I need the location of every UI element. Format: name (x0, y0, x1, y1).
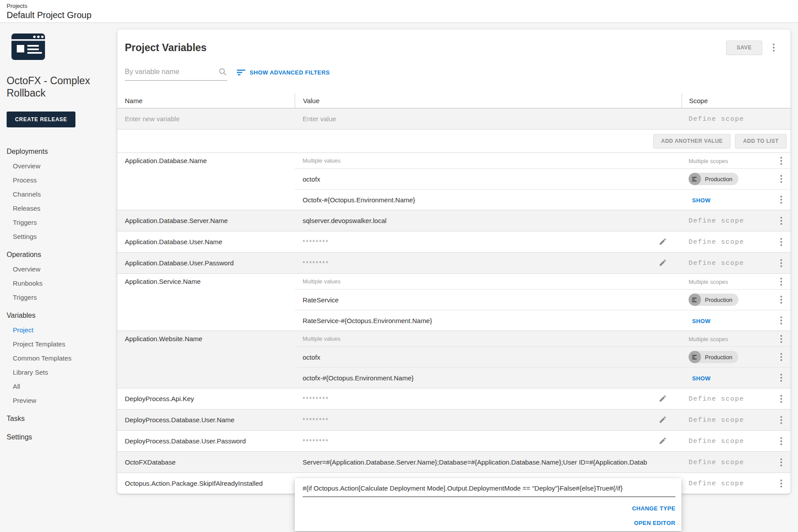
sidebar-item-common-templates[interactable]: Common Templates (7, 351, 117, 365)
row-overflow-menu-icon[interactable] (780, 437, 782, 445)
sidebar-item-preview[interactable]: Preview (7, 393, 117, 407)
sidebar-item-deployments-settings[interactable]: Settings (7, 229, 117, 243)
multiple-scopes-label: Multiple scopes (689, 158, 728, 164)
masked-value: ******** (303, 413, 329, 424)
variable-name[interactable]: DeployProcess.Database.User.Password (117, 437, 295, 445)
row-overflow-menu-icon[interactable] (780, 259, 782, 267)
variable-value[interactable]: octofx (295, 175, 682, 183)
sidebar-item-all[interactable]: All (7, 379, 117, 393)
edit-pencil-icon[interactable] (659, 436, 667, 445)
row-overflow-menu-icon[interactable] (780, 175, 782, 183)
row-overflow-menu-icon[interactable] (780, 353, 782, 361)
variable-name[interactable]: Application.Database.Server.Name (117, 217, 295, 224)
show-scope-link[interactable]: SHOW (689, 318, 711, 324)
define-scope-button[interactable]: Define scope (689, 438, 744, 445)
show-scope-link[interactable]: SHOW (689, 375, 711, 382)
variable-value[interactable]: RateService-#{Octopus.Environment.Name} (295, 317, 682, 324)
scope-chip-production[interactable]: Production (689, 294, 738, 306)
add-another-value-button[interactable]: ADD ANOTHER VALUE (653, 134, 731, 149)
row-overflow-menu-icon[interactable] (780, 374, 782, 382)
define-scope-button[interactable]: Define scope (689, 217, 744, 225)
sidebar-item-variables-project[interactable]: Project (7, 323, 117, 337)
breadcrumb-projects[interactable]: Projects (7, 3, 798, 9)
show-scope-link[interactable]: SHOW (689, 197, 711, 204)
variable-name[interactable]: DeployProcess.Api.Key (117, 395, 295, 402)
sidebar-item-project-templates[interactable]: Project Templates (7, 337, 117, 351)
filter-icon (237, 69, 246, 76)
row-overflow-menu-icon[interactable] (780, 278, 782, 286)
variable-name[interactable]: DeployProcess.Database.User.Name (117, 416, 295, 424)
define-scope-button[interactable]: Define scope (689, 238, 744, 246)
project-variables-card: Project Variables SAVE (117, 30, 791, 494)
variable-value[interactable]: octofx-#{Octopus.Environment.Name} (295, 374, 682, 382)
multiple-values-label: Multiple values (295, 157, 682, 164)
show-advanced-filters-link[interactable]: SHOW ADVANCED FILTERS (237, 69, 330, 76)
sidebar-section-operations[interactable]: Operations (7, 247, 117, 262)
variable-value[interactable]: Server=#{Application.Database.Server.Nam… (295, 458, 682, 466)
sidebar-item-deployments-overview[interactable]: Overview (7, 159, 117, 173)
define-scope-button[interactable]: Define scope (689, 395, 744, 403)
row-overflow-menu-icon[interactable] (780, 335, 782, 343)
sidebar-section-deployments[interactable]: Deployments (7, 144, 117, 159)
scope-chip-production[interactable]: Production (689, 351, 738, 363)
sidebar-item-process[interactable]: Process (7, 173, 117, 187)
sidebar-section-tasks[interactable]: Tasks (7, 411, 117, 426)
value-editor-input[interactable]: #{if Octopus.Action[Calculate Deployment… (303, 484, 675, 497)
project-logo-icon (11, 33, 45, 60)
sidebar-item-operations-triggers[interactable]: Triggers (7, 290, 117, 304)
sidebar-item-operations-overview[interactable]: Overview (7, 262, 117, 276)
row-overflow-menu-icon[interactable] (780, 196, 782, 204)
edit-pencil-icon[interactable] (659, 237, 667, 246)
variable-name[interactable]: Application.Website.Name (117, 331, 295, 388)
new-variable-name-input[interactable] (125, 115, 286, 123)
variable-value[interactable]: RateService (295, 296, 682, 304)
variable-name[interactable]: OctoFXDatabase (117, 458, 295, 466)
variable-name[interactable]: Application.Database.Name (117, 153, 295, 210)
sidebar-section-variables[interactable]: Variables (7, 308, 117, 323)
define-scope-button[interactable]: Define scope (689, 260, 744, 267)
scope-chip-label: Production (705, 297, 732, 303)
sidebar-item-deployments-triggers[interactable]: Triggers (7, 215, 117, 229)
masked-value: ******** (303, 392, 329, 402)
environment-icon (689, 351, 701, 363)
edit-pencil-icon[interactable] (659, 394, 667, 402)
edit-pencil-icon[interactable] (659, 415, 667, 424)
variable-value[interactable]: sqlserver.devopswalker.local (295, 217, 682, 224)
define-scope-button[interactable]: Define scope (689, 417, 744, 424)
variable-name[interactable]: Application.Database.User.Name (117, 238, 295, 246)
sidebar-section-settings[interactable]: Settings (7, 430, 117, 444)
row-overflow-menu-icon[interactable] (780, 238, 782, 246)
variable-name[interactable]: Application.Service.Name (117, 274, 295, 331)
row-overflow-menu-icon[interactable] (780, 458, 782, 466)
variable-value[interactable]: Octofx-#{Octopus.Environment.Name} (295, 196, 682, 204)
sidebar-item-library-sets[interactable]: Library Sets (7, 365, 117, 379)
row-overflow-menu-icon[interactable] (780, 296, 782, 304)
sidebar-item-releases[interactable]: Releases (7, 201, 117, 215)
define-scope-button[interactable]: Define scope (689, 115, 744, 123)
sidebar-item-channels[interactable]: Channels (7, 187, 117, 201)
variable-name[interactable]: Octopus.Action.Package.SkipIfAlreadyInst… (117, 480, 295, 487)
define-scope-button[interactable]: Define scope (689, 459, 744, 466)
sidebar-item-runbooks[interactable]: Runbooks (7, 276, 117, 290)
row-overflow-menu-icon[interactable] (780, 217, 782, 225)
row-overflow-menu-icon[interactable] (780, 480, 782, 487)
row-overflow-menu-icon[interactable] (780, 395, 782, 403)
save-button[interactable]: SAVE (726, 41, 762, 55)
project-name: OctoFX - Complex Rollback (7, 74, 101, 99)
add-to-list-button[interactable]: ADD TO LIST (735, 134, 787, 149)
new-variable-value-input[interactable] (303, 115, 663, 123)
variable-value[interactable]: octofx (295, 353, 682, 361)
scope-chip-production[interactable]: Production (689, 173, 738, 185)
change-type-link[interactable]: CHANGE TYPE (632, 505, 675, 512)
row-overflow-menu-icon[interactable] (780, 416, 782, 424)
variable-name[interactable]: Application.Database.User.Password (117, 259, 295, 267)
define-scope-button[interactable]: Define scope (689, 480, 744, 487)
row-overflow-menu-icon[interactable] (780, 316, 782, 324)
edit-pencil-icon[interactable] (659, 258, 667, 267)
open-editor-link[interactable]: OPEN EDITOR (634, 520, 675, 526)
octopus-variables-page: Projects Default Project Group OctoFX - … (0, 0, 798, 532)
row-overflow-menu-icon[interactable] (780, 157, 782, 165)
search-input[interactable] (125, 68, 218, 76)
create-release-button[interactable]: CREATE RELEASE (7, 112, 75, 127)
card-overflow-menu-icon[interactable] (773, 44, 775, 52)
